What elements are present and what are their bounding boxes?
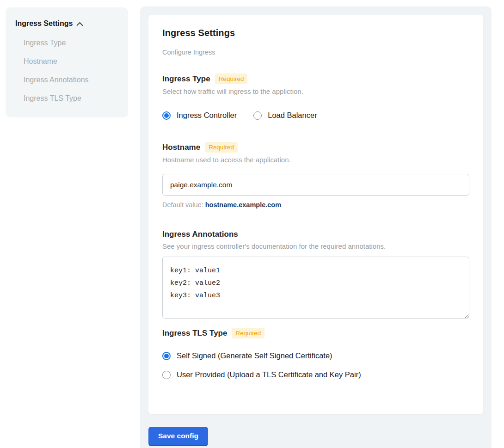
hostname-default-note: Default value: hostname.example.com — [162, 201, 469, 209]
page: Ingress Settings Ingress Type Hostname I… — [0, 0, 504, 448]
radio-option-user-provided[interactable]: User Provided (Upload a TLS Certificate … — [162, 370, 469, 379]
radio-option-load-balancer[interactable]: Load Balancer — [253, 111, 317, 120]
sidebar-item-ingress-tls-type[interactable]: Ingress TLS Type — [15, 94, 119, 103]
section-hostname: Hostname Required Hostname used to acces… — [162, 142, 469, 209]
annotations-help: See your ingress controller's documentat… — [162, 242, 469, 250]
annotations-textarea[interactable]: key1: value1 key2: value2 key3: value3 — [162, 257, 469, 319]
radio-selected-icon[interactable] — [162, 352, 171, 360]
section-ingress-type: Ingress Type Required Select how traffic… — [162, 74, 469, 120]
radio-label: Ingress Controller — [177, 111, 237, 120]
chevron-up-icon — [76, 22, 83, 26]
radio-unselected-icon[interactable] — [253, 111, 262, 120]
annotations-label: Ingress Annotations — [162, 230, 238, 239]
default-value-prefix: Default value: — [162, 201, 205, 209]
radio-label: Load Balancer — [268, 111, 317, 120]
sidebar-item-hostname[interactable]: Hostname — [15, 57, 119, 66]
tls-type-label: Ingress TLS Type — [162, 329, 227, 338]
card-title: Ingress Settings — [162, 28, 469, 38]
default-value-text: hostname.example.com — [205, 201, 281, 209]
sidebar-items: Ingress Type Hostname Ingress Annotation… — [15, 39, 119, 103]
radio-selected-icon[interactable] — [162, 111, 171, 120]
radio-option-self-signed[interactable]: Self Signed (Generate Self Signed Certif… — [162, 351, 469, 360]
sidebar-section-toggle[interactable]: Ingress Settings — [15, 19, 119, 28]
sidebar-item-ingress-annotations[interactable]: Ingress Annotations — [15, 76, 119, 84]
hostname-help: Hostname used to access the application. — [162, 156, 469, 164]
hostname-label: Hostname — [162, 143, 200, 152]
radio-label: User Provided (Upload a TLS Certificate … — [177, 370, 361, 379]
tls-radio-group: Self Signed (Generate Self Signed Certif… — [162, 351, 469, 379]
sidebar: Ingress Settings Ingress Type Hostname I… — [6, 7, 128, 117]
annotations-label-row: Ingress Annotations — [162, 230, 469, 239]
ingress-type-help: Select how traffic will ingress to the a… — [162, 87, 469, 95]
radio-option-ingress-controller[interactable]: Ingress Controller — [162, 111, 237, 120]
hostname-label-row: Hostname Required — [162, 142, 469, 153]
section-ingress-tls-type: Ingress TLS Type Required Self Signed (G… — [162, 328, 469, 379]
radio-label: Self Signed (Generate Self Signed Certif… — [177, 351, 332, 360]
section-ingress-annotations: Ingress Annotations See your ingress con… — [162, 230, 469, 319]
card-subtitle: Configure Ingress — [162, 49, 469, 56]
required-badge: Required — [215, 74, 248, 84]
sidebar-section-title: Ingress Settings — [15, 19, 73, 28]
ingress-type-label-row: Ingress Type Required — [162, 74, 469, 84]
settings-card: Ingress Settings Configure Ingress Ingre… — [148, 15, 483, 414]
tls-label-row: Ingress TLS Type Required — [162, 328, 469, 338]
radio-unselected-icon[interactable] — [162, 371, 171, 379]
ingress-type-radio-group: Ingress Controller Load Balancer — [162, 111, 469, 120]
ingress-type-label: Ingress Type — [162, 74, 210, 84]
main-panel: Ingress Settings Configure Ingress Ingre… — [140, 6, 492, 448]
sidebar-item-ingress-type[interactable]: Ingress Type — [15, 39, 119, 47]
required-badge: Required — [205, 142, 238, 153]
save-config-button[interactable]: Save config — [148, 427, 208, 446]
hostname-input[interactable] — [162, 174, 469, 196]
required-badge: Required — [232, 328, 264, 338]
